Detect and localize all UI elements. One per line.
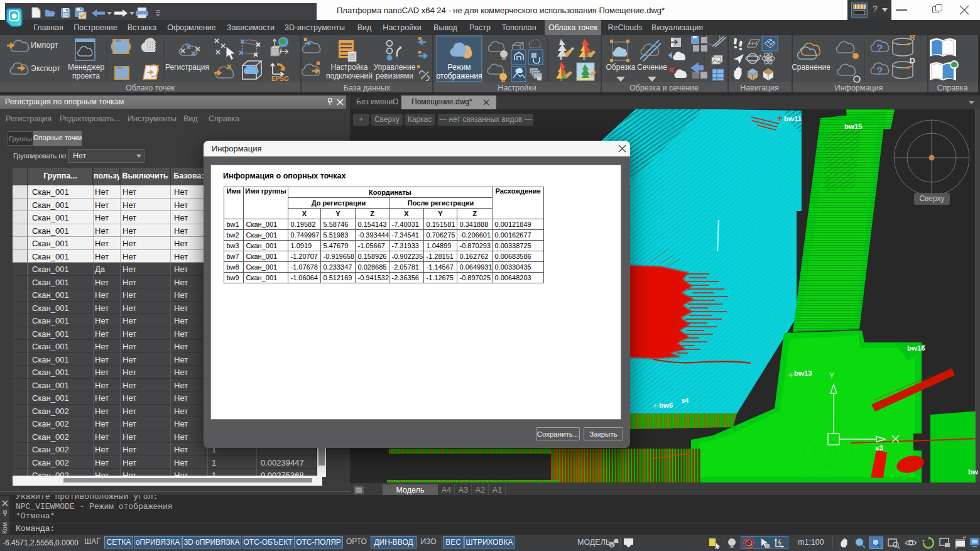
svg-text:bw: bw xyxy=(968,468,978,476)
svg-text:bw6: bw6 xyxy=(659,401,673,409)
svg-text:?: ? xyxy=(876,43,883,55)
svg-text:bw13: bw13 xyxy=(794,369,812,377)
svg-text:D: D xyxy=(910,57,915,65)
svg-text:bw15: bw15 xyxy=(844,123,863,130)
svg-text:s4: s4 xyxy=(682,397,689,404)
svg-text:R: R xyxy=(910,35,915,42)
svg-text:Y: Y xyxy=(829,371,834,380)
svg-text:bw16: bw16 xyxy=(907,344,925,352)
svg-text:s3: s3 xyxy=(875,444,883,452)
svg-text:bw11: bw11 xyxy=(784,115,802,123)
svg-text:?: ? xyxy=(876,65,883,77)
svg-text:EPSG: EPSG xyxy=(271,75,289,82)
